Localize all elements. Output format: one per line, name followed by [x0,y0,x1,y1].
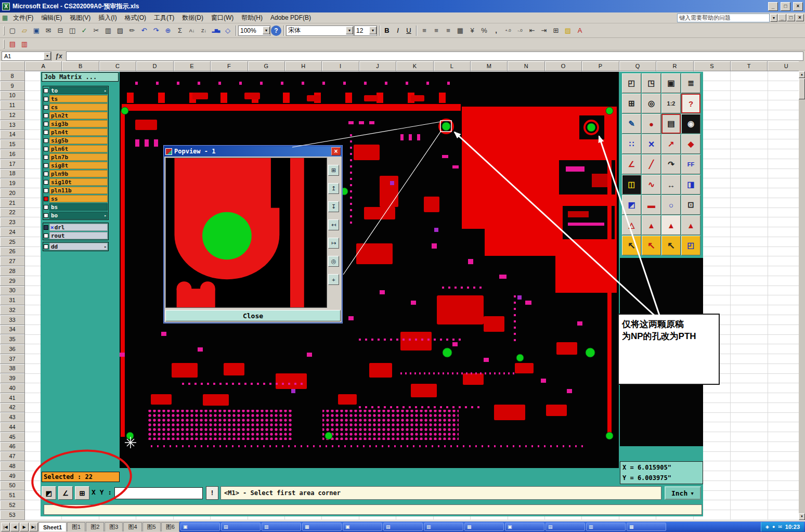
layer-checkbox[interactable] [44,197,48,201]
sort-desc-icon[interactable]: Z↓ [198,25,210,36]
help-question-input[interactable]: 键入需要帮助的问题 [677,14,770,22]
menu-item[interactable]: Adobe PDF(B) [267,13,315,22]
cam-tool-icon[interactable]: ▣ [661,73,681,93]
angle-mode-button[interactable]: ∠ [58,486,73,500]
layer-row[interactable]: to▸ [43,86,108,95]
taskbar-app-button[interactable]: ▤ [546,523,585,531]
row-header[interactable]: 37 [0,354,25,364]
minimize-button[interactable]: _ [768,2,778,11]
layer-checkbox[interactable] [44,88,48,93]
row-header[interactable]: 29 [0,276,25,286]
menu-item[interactable]: 插入(I) [95,12,120,23]
row-header[interactable]: 47 [0,451,25,461]
layer-checkbox[interactable] [44,130,48,135]
layer-row[interactable]: pln9b [43,170,108,178]
layer-row[interactable]: pln11b [43,186,108,194]
taskbar-app-button[interactable]: ▣ [505,523,544,531]
vertical-scrollbar[interactable]: ▲ ▼ [799,71,805,520]
cam-tool-icon[interactable]: ∿ [642,175,661,194]
autosum-icon[interactable]: Σ [174,25,186,36]
column-header[interactable]: O [545,61,582,71]
taskbar-app-button[interactable]: ▤ [221,523,261,531]
layer-cell[interactable]: pln9b [49,170,108,177]
cam-tool-icon[interactable]: ◰ [681,236,700,255]
row-header[interactable]: 41 [0,393,25,403]
layer-cell[interactable]: dd▸ [49,243,108,250]
popview-title-bar[interactable]: Popview - 1 × [164,146,342,157]
column-header[interactable]: Q [619,61,656,71]
layer-checkbox[interactable] [44,213,48,218]
workbook-minimize-button[interactable]: _ [778,14,786,21]
decrease-decimal-icon[interactable]: -.0 [514,25,526,36]
cam-tool-icon[interactable]: ▤ [661,114,681,134]
cam-tool-icon[interactable]: ◎ [642,94,661,113]
row-header[interactable]: 12 [0,110,25,120]
cam-tool-icon[interactable]: ◉ [681,114,700,134]
column-header[interactable]: G [248,61,285,71]
popview-view-button[interactable]: ↦ [328,238,339,249]
maximize-button[interactable]: □ [781,2,790,11]
percent-icon[interactable]: % [478,25,490,36]
sort-asc-icon[interactable]: A↓ [186,25,198,36]
chart-icon[interactable]: ▂▆▄ [210,25,222,36]
row-header[interactable]: 30 [0,286,25,296]
cam-tool-icon[interactable]: ↷ [661,154,681,174]
row-header[interactable]: 35 [0,334,25,344]
row-header[interactable]: 10 [0,91,25,101]
font-color-icon[interactable]: A [574,25,586,36]
layer-checkbox[interactable] [44,188,48,193]
close-button[interactable]: × [793,2,803,11]
cam-tool-icon[interactable]: ◩ [622,195,641,215]
snap-mode-button[interactable]: ◩ [42,486,56,500]
layer-cell[interactable]: ×drl [49,224,108,231]
taskbar-app-button[interactable]: ▦ [464,523,504,531]
column-header[interactable]: C [99,61,136,71]
taskbar-app-button[interactable]: ▥ [424,523,463,531]
column-header[interactable]: N [508,61,544,71]
tray-icon[interactable]: ✉ [778,524,782,529]
menu-item[interactable]: 编辑(E) [37,12,66,23]
row-header[interactable]: 18 [0,169,25,179]
layer-row[interactable]: ss [43,194,108,203]
layer-cell[interactable]: pln2t [49,112,108,119]
layer-cell[interactable]: to▸ [49,87,108,94]
size-dropdown-icon[interactable]: ▾ [369,27,376,34]
layer-row[interactable]: sig3b [43,120,108,128]
layer-cell[interactable]: pln6t [49,145,108,152]
column-header[interactable]: K [396,61,433,71]
cam-tool-icon[interactable]: ╱ [642,154,661,174]
column-header[interactable]: H [285,61,322,71]
borders-icon[interactable]: ⊞ [550,25,562,36]
layer-row[interactable]: pln7b [43,153,108,161]
popview-view-button[interactable]: ⊞ [328,165,339,176]
row-header[interactable]: 15 [0,139,25,149]
popview-view-button[interactable]: ↧ [328,201,339,212]
popview-view-button[interactable]: ↤ [328,219,339,230]
scroll-down-icon[interactable]: ▼ [799,513,805,520]
cam-tool-icon[interactable]: ⊞ [622,94,641,113]
layer-checkbox[interactable] [44,155,48,160]
increase-decimal-icon[interactable]: +.0 [502,25,514,36]
font-name-combo[interactable]: 宋体▾ [286,25,354,36]
layer-row[interactable]: bs [43,203,108,211]
layer-checkbox[interactable] [44,225,48,230]
column-header[interactable]: R [656,61,693,71]
popview-magnified-view[interactable] [165,158,327,308]
underline-button[interactable]: U [404,25,414,36]
select-all-corner[interactable] [0,61,25,71]
row-header[interactable]: 21 [0,198,25,208]
row-header[interactable]: 14 [0,130,25,140]
layer-cell[interactable]: pln7b [49,153,108,161]
cam-tool-icon[interactable]: ↖ [661,236,681,255]
layer-cell[interactable]: sig3b [49,120,108,127]
cam-tool-icon[interactable]: ∠ [622,154,641,174]
layer-cell[interactable]: sig5b [49,137,108,144]
layer-cell[interactable]: cs [49,103,108,111]
layer-checkbox[interactable] [44,113,48,118]
sheet-tab[interactable]: 图6 [161,522,179,531]
sheet-tab[interactable]: 图2 [86,522,104,531]
sheet-tab[interactable]: Sheet1 [38,522,67,531]
layer-row[interactable]: pln2t [43,111,108,120]
row-header[interactable]: 44 [0,422,25,432]
layer-checkbox[interactable] [44,244,48,249]
